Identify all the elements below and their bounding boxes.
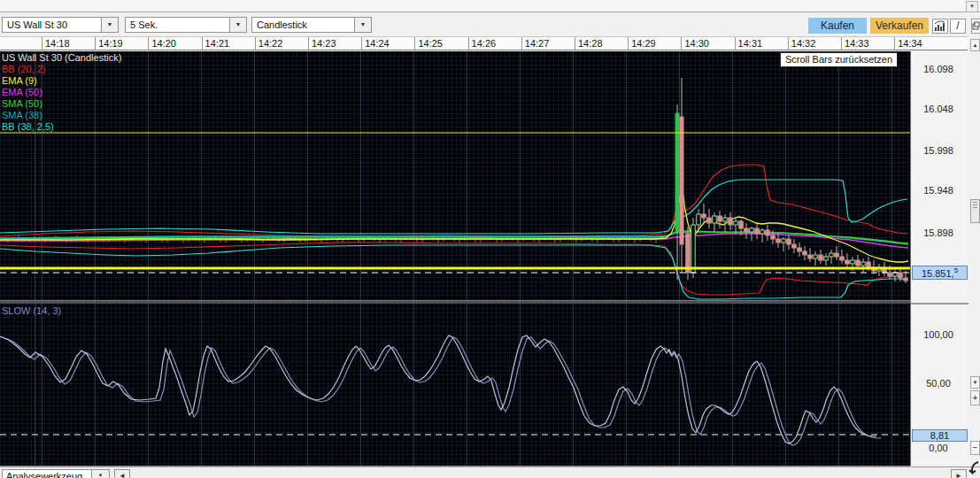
charttype-select-value[interactable]: Candlestick [251, 17, 357, 33]
detach-window-icon [972, 21, 980, 32]
time-tick [202, 37, 203, 50]
bottom-toolbar: Analysewerkzeug ▼ ◄ ► [0, 466, 980, 478]
detach-window-button[interactable] [971, 19, 980, 34]
time-axis: 14:1814:1914:2014:2114:2214:2314:2414:25… [0, 36, 968, 50]
time-tick-label: 14:30 [684, 38, 709, 49]
scrollbar-thumb[interactable] [970, 199, 980, 223]
scroll-left-button[interactable]: ◄ [114, 469, 130, 478]
symbol-select[interactable]: US Wall St 30 ▼ [2, 17, 119, 33]
top-right-chevron-down-icon[interactable]: ▼ [966, 1, 978, 12]
vertical-scrollbar[interactable]: ▲ ▼ + − [970, 36, 980, 478]
axis-panel-divider [911, 303, 968, 305]
time-tick-label: 14:27 [525, 38, 550, 49]
time-tick [894, 37, 895, 50]
interval-select[interactable]: 5 Sek. ▼ [125, 17, 245, 33]
sell-button[interactable]: Verkaufen [870, 18, 929, 34]
time-tick [42, 37, 42, 50]
stochastic-label: SLOW (14, 3) [2, 305, 61, 316]
time-tick [575, 37, 575, 50]
zoom-in-button[interactable]: + [970, 390, 980, 405]
reset-scrollbars-tooltip: Scroll Bars zurücksetzen [780, 52, 898, 67]
symbol-select-chevron-down-icon[interactable]: ▼ [101, 17, 119, 33]
time-tick-label: 14:24 [365, 38, 390, 49]
time-tick [521, 37, 522, 50]
axis-label: 15.998 [911, 145, 966, 156]
axis-label: 16.048 [911, 104, 966, 114]
buy-button[interactable]: Kaufen [808, 18, 867, 34]
time-tick-label: 14:31 [738, 38, 763, 49]
reset-view-button[interactable] [968, 457, 980, 478]
indicator-list-button[interactable] [932, 19, 948, 34]
trendline-icon: / [956, 19, 959, 32]
scroll-right-button[interactable]: ► [951, 469, 967, 478]
time-tick-label: 14:18 [45, 38, 70, 49]
chart-canvas[interactable]: US Wall St 30 (Candlestick) BB (20, 2)EM… [0, 51, 910, 467]
zoom-out-button[interactable]: − [970, 441, 980, 455]
legend-item: SMA (50) [2, 98, 121, 110]
time-tick [681, 37, 682, 50]
time-tick-label: 14:21 [205, 38, 230, 49]
legend-item: EMA (9) [2, 75, 121, 87]
current-price-badge: 15.851,5 [912, 266, 968, 280]
time-tick [788, 37, 789, 50]
scroll-up-button[interactable]: ▲ [970, 39, 980, 51]
time-tick [841, 37, 842, 50]
chart-plot [0, 51, 910, 466]
chart-toolbar: US Wall St 30 ▼ 5 Sek. ▼ Candlestick ▼ K… [0, 12, 980, 36]
analysis-tool-chevron-down-icon[interactable]: ▼ [91, 469, 110, 478]
symbol-select-value[interactable]: US Wall St 30 [2, 17, 104, 33]
time-tick [735, 37, 736, 50]
chart-legend: US Wall St 30 (Candlestick) BB (20, 2)EM… [2, 52, 121, 133]
time-tick-label: 14:32 [791, 38, 816, 49]
time-tick-label: 14:19 [98, 38, 123, 49]
time-tick-label: 14:20 [151, 38, 176, 49]
legend-item: BB (20, 2) [2, 64, 121, 75]
indicator-bars-icon [934, 20, 946, 32]
time-tick [255, 37, 256, 50]
trading-platform-window: ▼ US Wall St 30 ▼ 5 Sek. ▼ Candlestick ▼… [0, 0, 980, 478]
window-top-strip: ▼ [0, 0, 980, 12]
analysis-tool-select[interactable]: Analysewerkzeug [2, 469, 96, 478]
time-tick-label: 14:29 [631, 38, 656, 49]
axis-label: 15.948 [911, 185, 966, 196]
time-tick [361, 37, 362, 50]
price-axis: 16.09816.04815.99815.94815.898100,0050,0… [910, 51, 968, 466]
time-tick-label: 14:28 [578, 38, 603, 49]
axis-label: 0,00 [911, 443, 966, 453]
time-tick-label: 14:25 [418, 38, 443, 49]
axis-label: 100,00 [911, 329, 966, 340]
time-tick [414, 37, 415, 50]
time-tick-label: 14:33 [845, 38, 869, 49]
time-tick [308, 37, 309, 50]
time-tick-label: 14:23 [312, 38, 336, 49]
trendline-tool-button[interactable]: / [950, 19, 966, 34]
interval-select-chevron-down-icon[interactable]: ▼ [229, 17, 247, 33]
legend-item: BB (38, 2,5) [2, 121, 121, 133]
axis-label: 16.098 [911, 64, 966, 74]
interval-select-value[interactable]: 5 Sek. [125, 17, 232, 33]
stochastic-value-badge: 8,81 [912, 429, 968, 442]
time-tick [95, 37, 96, 50]
axis-label: 50,00 [911, 378, 966, 389]
legend-item: EMA (50) [2, 87, 121, 98]
legend-item: SMA (38) [2, 110, 121, 121]
scroll-down-button[interactable]: ▼ [970, 376, 980, 389]
charttype-select[interactable]: Candlestick ▼ [251, 17, 372, 33]
charttype-select-chevron-down-icon[interactable]: ▼ [354, 17, 372, 33]
legend-title: US Wall St 30 (Candlestick) [2, 52, 121, 64]
curved-arrow-icon [968, 457, 980, 478]
time-tick-label: 14:22 [259, 38, 283, 49]
time-tick-label: 14:26 [472, 38, 497, 49]
time-tick [148, 37, 149, 50]
time-tick-label: 14:34 [898, 38, 922, 49]
time-tick [628, 37, 629, 50]
axis-label: 15.898 [911, 227, 966, 238]
time-tick [468, 37, 469, 50]
